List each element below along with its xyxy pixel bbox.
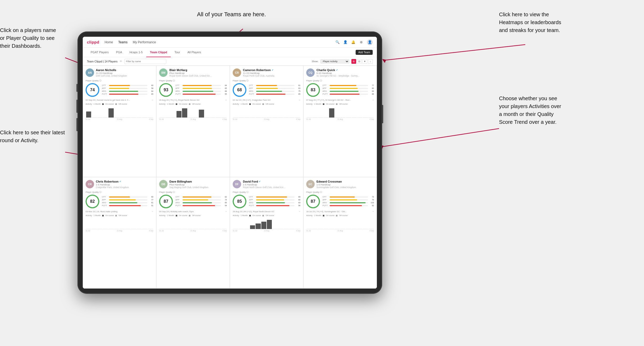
tab-pgat-players[interactable]: PGAT Players: [87, 48, 112, 57]
player-info: Blair McHarg Plus Handicap Royal North D…: [169, 68, 227, 77]
last-round[interactable]: 02 Sep 23 | Sunset round to get back int…: [86, 99, 153, 101]
player-name[interactable]: Charlie Quick ✓: [316, 68, 374, 72]
nav-item-teams[interactable]: Teams: [118, 40, 127, 44]
activity-section: Activity · 1 Month On course Off course …: [86, 103, 153, 120]
stat-row: PUTT 91: [102, 204, 153, 207]
last-round[interactable]: 03 Mar 23 | 19, Must make putting →: [86, 210, 153, 213]
quality-label: Player Quality ⓘ: [233, 79, 300, 82]
quality-section: 85 OTT 89 APP 80 ARG: [233, 195, 300, 208]
profile-icon[interactable]: 👤: [343, 40, 347, 44]
quality-circle[interactable]: 68: [233, 83, 246, 97]
player-name[interactable]: Cameron Robertson ✓: [243, 68, 300, 72]
player-name[interactable]: Chris Robertson ✓: [96, 180, 153, 183]
chart-labels: 31 Jul 21 Aug 4 Sep: [86, 118, 153, 120]
last-round-arrow: →: [372, 99, 374, 101]
last-round[interactable]: 26 Aug 23 | 84 (+12), Royal North Devon …: [233, 210, 300, 213]
add-team-button[interactable]: Add Team: [356, 50, 373, 55]
player-avatar: DB: [159, 180, 168, 188]
stat-row: APP 77: [102, 199, 153, 201]
tab-team-clippd[interactable]: Team Clippd: [146, 48, 171, 57]
activity-section: Activity · 1 Month On course Off course …: [233, 103, 300, 120]
player-handicap: 11-15 Handicap: [96, 72, 153, 74]
quality-label: Player Quality ⓘ: [86, 79, 153, 82]
player-name[interactable]: David Ford ✓: [243, 180, 300, 183]
off-course-dot: [336, 215, 337, 216]
on-course-dot: [102, 215, 104, 216]
heatmap-view-button[interactable]: ▼: [362, 59, 367, 64]
player-info: Aaron Nicholls 11-15 Handicap Drift Golf…: [96, 68, 153, 77]
list-view-button[interactable]: ⊟: [357, 59, 362, 64]
player-card[interactable]: CQ Charlie Quick ✓ 6-10 Handicap St. Geo…: [303, 66, 377, 177]
activity-label: Activity · 1 Month On course Off course: [306, 214, 374, 217]
ipad-screen: clippd Home Teams My Performance 🔍 👤 🔔 ⊕…: [83, 37, 377, 289]
show-label: Show:: [312, 60, 318, 63]
player-card[interactable]: DB Dave Billingham Plus Handicap Sag Mag…: [156, 177, 230, 289]
player-card[interactable]: CR Cameron Robertson ✓ 11-15 Handicap Ro…: [230, 66, 303, 177]
player-avatar: CQ: [306, 68, 315, 77]
activity-chart: [86, 106, 153, 118]
player-name[interactable]: Blair McHarg: [169, 68, 227, 72]
nav-item-home[interactable]: Home: [105, 40, 113, 44]
quality-section: 82 OTT 60 APP 77 ARG: [86, 195, 153, 208]
last-round[interactable]: 07 Aug 23 | 77 (+7), St George's Hill GC…: [306, 99, 374, 101]
search-icon[interactable]: 🔍: [335, 40, 340, 44]
last-round-arrow: →: [372, 210, 374, 213]
quality-circle[interactable]: 82: [86, 195, 99, 208]
last-round[interactable]: 18 Jul 23 | 74 (+4), Sunningdale GC - Ol…: [306, 210, 374, 213]
avatar-icon[interactable]: 👤: [367, 39, 373, 45]
edit-icon[interactable]: ✏: [120, 60, 122, 63]
annotation-players: Click on a players name or Player Qualit…: [0, 26, 56, 50]
show-select[interactable]: Player Activity Quality Score Trend: [320, 59, 349, 63]
tab-all-players[interactable]: All Players: [184, 48, 205, 57]
player-handicap: 1-5 Handicap: [316, 183, 374, 186]
player-card[interactable]: DF David Ford ✓ 1-5 Handicap Royal North…: [230, 177, 303, 289]
last-round-arrow: →: [298, 99, 300, 101]
quality-circle[interactable]: 93: [159, 83, 173, 97]
quality-circle[interactable]: 87: [159, 195, 173, 208]
settings-icon[interactable]: ⊕: [359, 40, 363, 44]
grid-view-button[interactable]: ⊞: [351, 59, 356, 64]
last-round[interactable]: 02 Jul 23 | 59 (+17), Craigmillar Park G…: [233, 99, 300, 101]
player-location: Royal North Devon Golf Club, United Kin.…: [169, 74, 227, 77]
quality-section: 74 OTT 60 APP 58 ARG: [86, 83, 153, 97]
player-name[interactable]: Aaron Nicholls: [96, 68, 153, 72]
navbar: clippd Home Teams My Performance 🔍 👤 🔔 ⊕…: [83, 37, 377, 48]
stats-list: OTT 84 APP 85 ARG 88 PU: [175, 84, 227, 96]
chart-labels: 31 Jul 21 Aug 4 Sep: [306, 230, 374, 232]
stat-row: ARG 81: [102, 201, 153, 204]
verified-icon: ✓: [336, 69, 338, 71]
stat-row: ARG 75: [249, 90, 300, 92]
tab-hcaps[interactable]: Hcaps 1-5: [126, 48, 146, 57]
tab-tour[interactable]: Tour: [171, 48, 184, 57]
quality-circle[interactable]: 87: [306, 195, 320, 208]
nav-item-myperformance[interactable]: My Performance: [133, 40, 156, 44]
search-input[interactable]: [124, 59, 166, 64]
player-info: Dave Billingham Plus Handicap Sag Maging…: [169, 180, 227, 189]
last-round[interactable]: 26 Aug 23 | 73 (+1), Royal North Devon G…: [159, 99, 227, 101]
player-name[interactable]: Edward Crossman: [316, 180, 374, 183]
player-location: Drift Golf Club, United Kingdom: [96, 74, 153, 77]
player-avatar: CR: [233, 68, 241, 77]
verified-icon: ✓: [119, 180, 121, 183]
player-avatar: BM: [159, 68, 168, 77]
bell-icon[interactable]: 🔔: [351, 40, 355, 44]
quality-circle[interactable]: 74: [86, 83, 99, 97]
player-name[interactable]: Dave Billingham: [169, 180, 227, 183]
on-course-dot: [323, 215, 324, 216]
sort-button[interactable]: ↕: [368, 59, 373, 64]
stat-row: OTT 73: [323, 196, 374, 198]
toolbar-right: Show: Player Activity Quality Score Tren…: [312, 59, 373, 64]
player-card[interactable]: CR Chris Robertson ✓ 1-5 Handicap Craigm…: [83, 177, 156, 289]
chart-labels: 31 Jul 21 Aug 4 Sep: [159, 230, 227, 232]
quality-circle[interactable]: 85: [233, 195, 246, 208]
player-header: DF David Ford ✓ 1-5 Handicap Royal North…: [233, 180, 300, 189]
quality-label: Player Quality ⓘ: [306, 191, 374, 194]
stats-list: OTT 60 APP 58 ARG 84 PU: [102, 84, 153, 96]
quality-circle[interactable]: 83: [306, 83, 320, 97]
player-card[interactable]: BM Blair McHarg Plus Handicap Royal Nort…: [156, 66, 230, 177]
player-location: Sag Maging Golf Club, United Kingdom: [169, 186, 227, 189]
player-card[interactable]: AN Aaron Nicholls 11-15 Handicap Drift G…: [83, 66, 156, 177]
player-card[interactable]: EC Edward Crossman 1-5 Handicap Sunningd…: [303, 177, 377, 289]
last-round[interactable]: 04 Sep 23 | Mobility with coach, Gym →: [159, 210, 227, 213]
tab-pga[interactable]: PGA: [112, 48, 126, 57]
